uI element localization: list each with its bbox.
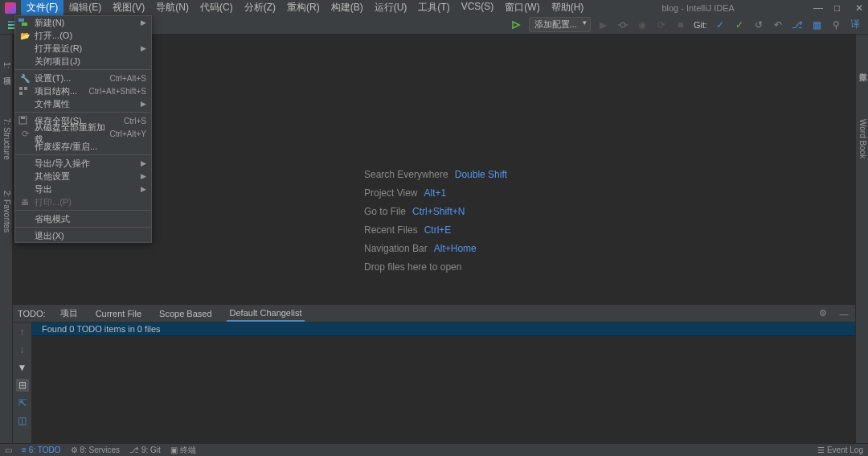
menu-6[interactable]: 重构(R) — [281, 0, 326, 16]
right-tool-0[interactable]: 数据库 — [856, 43, 868, 91]
file-menu-item-6[interactable]: 项目结构...Ctrl+Alt+Shift+S — [15, 84, 151, 97]
file-menu-item-13[interactable]: 导出/导入操作▶ — [15, 157, 151, 170]
menu-4[interactable]: 代码(C) — [194, 0, 239, 16]
menubar: 文件(F)编辑(E)视图(V)导航(N)代码(C)分析(Z)重构(R)构建(B)… — [21, 0, 589, 16]
toolwindow-quick-icon[interactable]: ▭ — [5, 446, 12, 454]
git-commit-icon[interactable]: ✓ — [733, 18, 746, 31]
menu-9[interactable]: 工具(T) — [412, 0, 455, 16]
statusbar-item-3[interactable]: ▣终端 — [170, 445, 196, 456]
statusbar-right-0[interactable]: ☰Event Log — [817, 446, 863, 454]
folder-tree-icon — [18, 18, 31, 27]
structure-icon — [18, 86, 31, 96]
hint-label: Navigation Bar — [364, 243, 428, 254]
collapse-icon[interactable]: ↓ — [16, 343, 29, 356]
git-revert-icon[interactable]: ↶ — [772, 18, 784, 31]
tool-label: Word Book — [858, 119, 867, 158]
reload-icon: ⟳ — [18, 129, 31, 139]
file-menu-item-15[interactable]: 导出▶ — [15, 183, 151, 195]
menu-3[interactable]: 导航(N) — [150, 0, 194, 16]
statusbar-item-0[interactable]: ≡6: TODO — [22, 446, 61, 454]
file-menu-item-5[interactable]: 🔧设置(T)...Ctrl+Alt+S — [15, 72, 151, 84]
run-icon[interactable]: ▶ — [597, 18, 610, 31]
file-menu-item-3[interactable]: 关闭项目(J) — [15, 55, 151, 68]
todo-content: Found 0 TODO items in 0 files — [32, 322, 855, 443]
menu-item-label: 作废缓存/重启... — [35, 141, 146, 153]
menu-1[interactable]: 编辑(E) — [63, 0, 107, 16]
menu-8[interactable]: 运行(U) — [369, 0, 413, 16]
git-branch-icon[interactable]: ⎇ — [791, 18, 804, 31]
git-label: Git: — [694, 20, 707, 30]
coverage-icon[interactable]: ◉ — [636, 18, 649, 31]
menu-item-label: 打开最近(R) — [35, 43, 137, 55]
menu-item-label: 省电模式 — [35, 213, 146, 225]
menu-10[interactable]: VCS(S) — [456, 0, 500, 16]
git-history-icon[interactable]: ↺ — [752, 18, 765, 31]
stop-icon[interactable]: ■ — [674, 18, 687, 31]
right-tool-1[interactable]: Word Book — [856, 115, 868, 163]
submenu-arrow-icon: ▶ — [141, 100, 146, 108]
file-menu-item-0[interactable]: 新建(N)▶ — [15, 16, 151, 29]
group-icon[interactable]: ⊟ — [16, 379, 29, 392]
hint-0: Search EverywhereDouble Shift — [364, 169, 507, 180]
run-config-select[interactable]: 添加配置... — [529, 17, 591, 32]
left-tool-1[interactable]: 7: Structure — [0, 115, 13, 163]
close-button[interactable]: ✕ — [855, 2, 863, 14]
profile-icon[interactable]: ⟳ — [655, 18, 668, 31]
menu-item-label: 项目结构... — [35, 85, 89, 97]
expand-icon[interactable]: ↑ — [16, 326, 29, 339]
file-menu-item-1[interactable]: 📂打开...(O) — [15, 29, 151, 42]
hint-shortcut: Ctrl+Shift+N — [412, 206, 465, 217]
svg-rect-6 — [18, 18, 24, 22]
menu-item-label: 关闭项目(J) — [35, 55, 146, 68]
sb-icon: ☰ — [817, 446, 825, 454]
hint-shortcut: Double Shift — [455, 169, 507, 180]
menu-item-label: 退出(X) — [35, 230, 146, 242]
hint-5: Drop files here to open — [364, 261, 507, 273]
menu-12[interactable]: 帮助(H) — [546, 0, 590, 16]
menu-0[interactable]: 文件(F) — [21, 0, 63, 16]
todo-settings-icon[interactable]: ⚙ — [817, 307, 829, 320]
statusbar: ▭≡6: TODO⚙8: Services⎇9: Git▣终端☰Event Lo… — [0, 443, 868, 456]
menu-5[interactable]: 分析(Z) — [239, 0, 281, 16]
file-menu-item-2[interactable]: 打开最近(R)▶ — [15, 42, 151, 55]
file-menu-item-7[interactable]: 文件属性▶ — [15, 97, 151, 110]
menu-11[interactable]: 窗口(W) — [499, 0, 545, 16]
preview-icon[interactable]: ◫ — [16, 414, 29, 427]
menu-item-label: 文件属性 — [35, 98, 137, 110]
structure-icon[interactable]: ▦ — [810, 18, 823, 31]
file-menu-item-18[interactable]: 省电模式 — [15, 212, 151, 225]
sb-icon: ≡ — [22, 446, 27, 454]
statusbar-item-2[interactable]: ⎇9: Git — [129, 446, 161, 454]
left-tool-0[interactable]: 1: 项目 — [0, 43, 13, 91]
build-icon[interactable] — [510, 18, 522, 31]
file-menu-item-11[interactable]: 作废缓存/重启... — [15, 140, 151, 153]
statusbar-item-1[interactable]: ⚙8: Services — [71, 446, 120, 454]
hint-label: Go to File — [364, 206, 406, 217]
debug-icon[interactable] — [616, 18, 629, 31]
minimize-button[interactable]: — — [813, 2, 821, 14]
hint-label: Recent Files — [364, 224, 418, 236]
submenu-arrow-icon: ▶ — [141, 185, 146, 193]
git-update-icon[interactable]: ✓ — [714, 18, 727, 31]
file-menu-item-10[interactable]: ⟳从磁盘全部重新加载Ctrl+Alt+Y — [15, 127, 151, 140]
todo-hide-icon[interactable]: — — [837, 307, 850, 320]
left-tool-2[interactable]: 2: Favorites — [0, 187, 13, 236]
todo-tab-2[interactable]: Scope Based — [156, 306, 215, 321]
todo-tab-1[interactable]: Current File — [92, 306, 145, 321]
svg-rect-9 — [24, 87, 27, 90]
submenu-arrow-icon: ▶ — [141, 18, 146, 27]
filter-icon[interactable]: ▼ — [16, 361, 29, 374]
todo-tab-0[interactable]: 项目 — [57, 305, 81, 322]
translate-icon[interactable]: 译 — [849, 18, 862, 31]
menu-item-label: 打印...(P) — [35, 196, 146, 208]
maximize-button[interactable]: □ — [834, 2, 842, 14]
tool-label: 1: 项目 — [1, 62, 12, 71]
autoscroll-icon[interactable]: ⇱ — [16, 396, 29, 409]
file-menu-item-20[interactable]: 退出(X) — [15, 229, 151, 242]
file-menu-item-16[interactable]: 🖶打印...(P) — [15, 195, 151, 208]
todo-tab-3[interactable]: Default Changelist — [227, 306, 305, 322]
search-everywhere-icon[interactable]: ⚲ — [829, 18, 842, 31]
file-menu-item-14[interactable]: 其他设置▶ — [15, 170, 151, 183]
menu-7[interactable]: 构建(B) — [326, 0, 369, 16]
menu-2[interactable]: 视图(V) — [107, 0, 150, 16]
